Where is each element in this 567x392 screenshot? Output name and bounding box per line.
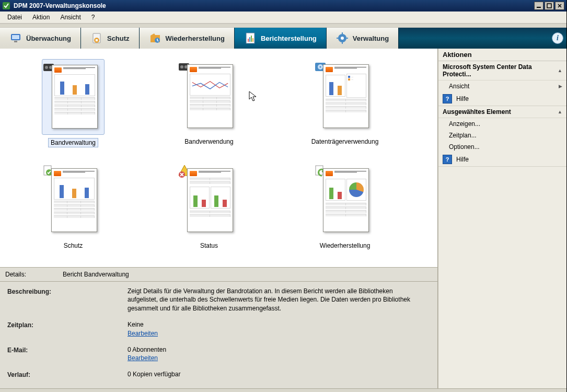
title-bar: DPM 2007-Verwaltungskonsole — [0, 0, 566, 11]
menu-file[interactable]: Datei — [3, 13, 26, 22]
reports-area: Bandverwaltung — [0, 49, 437, 267]
details-summary: Details: Bericht Bandverwaltung — [0, 267, 437, 281]
tab-monitoring[interactable]: Überwachung — [0, 28, 81, 49]
action-show[interactable]: Anzeigen... — [438, 118, 566, 130]
action-label: Hilfe — [456, 156, 469, 163]
tab-reporting[interactable]: Berichterstellung — [235, 28, 327, 49]
actions-pane: Aktionen Microsoft System Center Data Pr… — [438, 49, 566, 388]
report-disk-usage[interactable]: — — Datenträgerverwendung — [287, 59, 402, 147]
schedule-edit-link[interactable]: Bearbeiten — [128, 330, 158, 337]
actions-section-dpm[interactable]: Microsoft System Center Data Protecti...… — [438, 61, 566, 80]
action-help-2[interactable]: ? Hilfe — [438, 153, 566, 166]
minimize-button[interactable] — [534, 2, 543, 10]
help-icon: ? — [443, 155, 452, 164]
svg-rect-20 — [346, 38, 348, 39]
monitor-icon — [9, 32, 22, 44]
report-tape-management[interactable]: Bandverwaltung — [16, 59, 131, 147]
app-icon — [2, 2, 10, 10]
report-protection[interactable]: Schutz — [16, 163, 131, 249]
window-title: DPM 2007-Verwaltungskonsole — [14, 2, 534, 9]
submenu-arrow-icon: ▶ — [559, 84, 562, 89]
actions-section-selected[interactable]: Ausgewähltes Element ▲ — [438, 106, 566, 118]
close-button[interactable] — [555, 2, 564, 10]
tab-protection[interactable]: Schutz — [81, 28, 140, 49]
svg-rect-4 — [12, 35, 19, 39]
menu-view[interactable]: Ansicht — [56, 13, 85, 22]
svg-point-25 — [180, 65, 183, 68]
action-options[interactable]: Optionen... — [438, 141, 566, 153]
svg-rect-5 — [14, 41, 17, 42]
tab-management[interactable]: Verwaltung — [327, 28, 399, 49]
action-label: Optionen... — [449, 143, 480, 151]
email-edit-link[interactable]: Bearbeiten — [128, 354, 158, 362]
menu-bar: Datei Aktion Ansicht ? — [0, 11, 566, 24]
action-help[interactable]: ? Hilfe — [438, 92, 566, 106]
details-label: Details: — [5, 271, 26, 278]
report-label: Status — [200, 242, 218, 249]
svg-point-29 — [320, 66, 321, 68]
details-panel: Beschreibung: Zeigt Details für die Verw… — [0, 281, 437, 388]
report-label: Wiederherstellung — [320, 242, 371, 249]
report-label: Datenträgerverwendung — [311, 138, 379, 145]
history-label: Verlauf: — [7, 370, 128, 379]
action-label: Ansicht — [449, 83, 469, 90]
email-value: 0 Abonnenten — [128, 346, 166, 353]
report-recovery[interactable]: Wiederherstellung — [287, 163, 402, 249]
report-status[interactable]: Status — [152, 163, 267, 249]
maximize-button[interactable] — [545, 2, 554, 10]
details-value: Bericht Bandverwaltung — [63, 271, 129, 278]
svg-rect-1 — [537, 7, 541, 8]
actions-title: Aktionen — [438, 49, 566, 61]
action-schedule[interactable]: Zeitplan... — [438, 130, 566, 141]
report-icon — [244, 32, 257, 44]
nav-tabs: Überwachung Schutz Wiederherstellung Ber… — [0, 28, 566, 49]
description-label: Beschreibung: — [7, 287, 128, 313]
collapse-icon: ▲ — [558, 109, 562, 114]
svg-rect-13 — [251, 36, 252, 42]
info-button[interactable]: i — [552, 32, 563, 44]
gear-icon — [336, 32, 349, 44]
footer — [0, 388, 566, 392]
svg-rect-18 — [342, 42, 343, 44]
svg-point-22 — [45, 66, 48, 69]
svg-rect-2 — [547, 4, 551, 8]
svg-rect-11 — [248, 39, 249, 42]
schedule-value: Keine — [128, 321, 144, 328]
help-icon: ? — [443, 94, 452, 103]
section-title: Microsoft System Center Data Protecti... — [443, 63, 558, 78]
history-value: 0 Kopien verfügbar — [128, 370, 420, 379]
action-label: Anzeigen... — [449, 120, 480, 128]
action-view[interactable]: Ansicht ▶ — [438, 80, 566, 92]
action-label: Hilfe — [456, 95, 469, 102]
report-tape-usage[interactable]: Bandverwendung — [152, 59, 267, 147]
tab-label: Berichterstellung — [261, 34, 317, 42]
svg-rect-8 — [96, 39, 98, 41]
report-label: Bandverwendung — [184, 138, 233, 145]
report-label: Bandverwaltung — [48, 138, 98, 147]
collapse-icon: ▲ — [558, 68, 562, 73]
tab-label: Verwaltung — [353, 34, 389, 42]
tab-label: Überwachung — [26, 34, 71, 42]
email-label: E-Mail: — [7, 345, 128, 363]
svg-rect-14 — [252, 38, 253, 42]
tab-label: Wiederherstellung — [166, 34, 225, 42]
tab-recovery[interactable]: Wiederherstellung — [140, 28, 235, 49]
menu-help[interactable]: ? — [87, 13, 99, 22]
description-value: Zeigt Details für die Verwaltung der Ban… — [128, 287, 420, 313]
schedule-label: Zeitplan: — [7, 320, 128, 338]
menu-separator — [0, 24, 566, 28]
svg-rect-19 — [337, 38, 339, 39]
section-title: Ausgewähltes Element — [443, 108, 511, 116]
svg-rect-12 — [249, 37, 250, 42]
action-label: Zeitplan... — [449, 132, 477, 139]
tab-label: Schutz — [107, 34, 130, 42]
menu-action[interactable]: Aktion — [28, 13, 54, 22]
recovery-icon — [149, 32, 161, 44]
report-label: Schutz — [64, 242, 83, 249]
shield-icon — [90, 32, 103, 44]
svg-rect-17 — [342, 32, 343, 34]
svg-point-16 — [341, 37, 344, 40]
